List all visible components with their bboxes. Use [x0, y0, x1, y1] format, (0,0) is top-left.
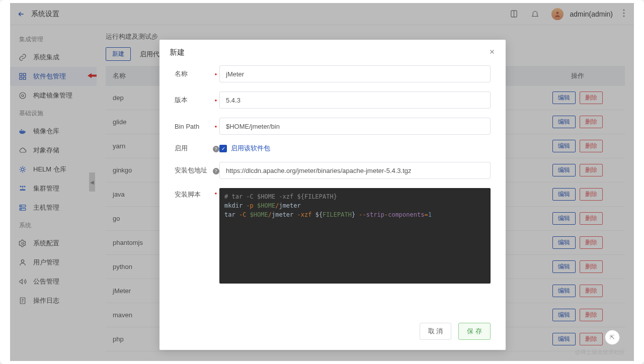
required-dot: ● — [212, 98, 219, 103]
required-dot: ● — [212, 72, 219, 76]
info-icon: ? — [212, 144, 219, 152]
label-name: 名称 — [175, 69, 212, 78]
required-dot: ● — [212, 188, 219, 196]
label-binpath: Bin Path — [175, 123, 212, 130]
checkbox-label: 启用该软件包 — [231, 144, 270, 153]
info-icon: ? — [212, 166, 219, 174]
label-script: 安装脚本 — [175, 188, 212, 199]
save-button[interactable]: 保 存 — [458, 323, 491, 340]
scroll-top-button[interactable]: ⇱ — [605, 330, 620, 345]
label-version: 版本 — [175, 96, 212, 105]
name-input[interactable] — [219, 65, 491, 82]
watermark: @稀土掘金技术社区 — [575, 348, 625, 356]
modal-title: 新建 — [170, 48, 185, 57]
new-package-modal: 新建 名称 ● 版本 ● Bin Path ● 启用 — [159, 40, 506, 350]
version-input[interactable] — [219, 92, 491, 109]
install-script-editor[interactable]: # tar -C $HOME -xzf ${FILEPATH} mkdir -p… — [219, 188, 491, 284]
enable-checkbox[interactable]: ✓ — [219, 145, 227, 152]
required-dot: ● — [212, 124, 219, 129]
pkg-url-input[interactable] — [219, 162, 491, 179]
cancel-button[interactable]: 取 消 — [420, 323, 452, 340]
label-enable: 启用 — [175, 144, 212, 153]
close-icon[interactable] — [489, 48, 496, 57]
label-pkg-url: 安装包地址 — [175, 166, 212, 175]
binpath-input[interactable] — [219, 118, 491, 135]
